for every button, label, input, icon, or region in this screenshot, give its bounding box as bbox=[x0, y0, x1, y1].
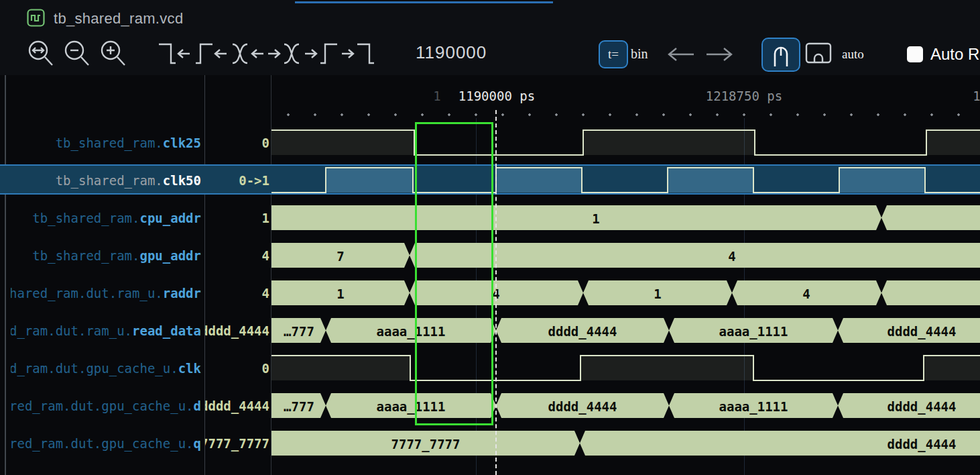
signal-name-read_data[interactable]: tb_shared_ram.dut.ram_u.read_data bbox=[11, 318, 201, 343]
signal-scope-prefix: tb_shared_ram. bbox=[32, 248, 139, 263]
signal-name-cpu_addr[interactable]: tb_shared_ram.cpu_addr bbox=[11, 205, 201, 230]
undo-arrow-button[interactable] bbox=[666, 46, 696, 66]
waveform-viewer-window: tb_shared_ram.vcd bbox=[0, 0, 980, 475]
signal-name-clk50[interactable]: tb_shared_ram.clk50 bbox=[11, 168, 201, 193]
redo-arrow-button[interactable] bbox=[704, 46, 735, 66]
signal-leaf-name: gpu_addr bbox=[139, 248, 201, 263]
signal-scope-prefix: tb_shared_ram. bbox=[56, 173, 163, 188]
waveform-file-icon bbox=[27, 9, 45, 27]
signal-value-read_data: dddd_4444 bbox=[205, 318, 269, 343]
svg-text:aaaa_1111: aaaa_1111 bbox=[719, 324, 788, 339]
prev-falling-edge-button[interactable] bbox=[155, 40, 192, 67]
zoom-in-button[interactable] bbox=[98, 39, 127, 68]
zoom-selection-rect bbox=[415, 122, 493, 425]
wave-cpu_addr[interactable]: 1 bbox=[271, 205, 980, 230]
signal-name-gpu_addr[interactable]: tb_shared_ram.gpu_addr bbox=[11, 243, 201, 268]
svg-text:7777_7777: 7777_7777 bbox=[391, 437, 461, 452]
signal-value-raddr: 4 bbox=[205, 280, 269, 305]
signal-value-d: dddd_4444 bbox=[205, 393, 269, 418]
signal-scope-prefix: tb_shared_ram.dut.gpu_cache_u. bbox=[11, 436, 194, 451]
svg-text:1: 1 bbox=[592, 211, 599, 226]
svg-text:7: 7 bbox=[336, 249, 344, 264]
mouse-gestures-button[interactable] bbox=[761, 38, 800, 72]
signal-leaf-name: clk50 bbox=[163, 173, 201, 188]
signal-name-d[interactable]: tb_shared_ram.dut.gpu_cache_u.d bbox=[11, 393, 201, 418]
signal-leaf-name: read_data bbox=[132, 323, 201, 338]
waveform-canvas[interactable]: 1741414…777aaaa_1111dddd_4444aaaa_1111dd… bbox=[271, 121, 980, 475]
auto-reload-checkbox[interactable] bbox=[907, 46, 923, 62]
radix-label[interactable]: bin bbox=[631, 46, 648, 62]
signal-name-raddr[interactable]: tb_shared_ram.dut.ram_u.raddr bbox=[11, 280, 201, 305]
signal-leaf-name: d bbox=[194, 399, 201, 413]
signal-scope-prefix: tb_shared_ram. bbox=[32, 211, 139, 225]
signal-value-cpu_addr: 1 bbox=[205, 205, 269, 230]
zoom-out-button[interactable] bbox=[62, 39, 91, 68]
gesture-mode-label[interactable]: auto bbox=[842, 47, 864, 62]
signal-value-gpu_addr: 4 bbox=[205, 243, 269, 268]
wave-clk[interactable] bbox=[271, 356, 980, 380]
prev-transition-button[interactable] bbox=[229, 40, 266, 67]
wave-raddr[interactable]: 1414 bbox=[271, 280, 980, 305]
signal-leaf-name: cpu_addr bbox=[139, 211, 201, 225]
svg-text:4: 4 bbox=[728, 249, 735, 264]
svg-text:1: 1 bbox=[336, 286, 344, 301]
wave-q[interactable]: 7777_7777dddd_4444 bbox=[271, 431, 980, 456]
signal-scope-prefix: tb_shared_ram.dut.ram_u. bbox=[11, 323, 132, 338]
timeline-label: 1190000 ps bbox=[458, 89, 535, 103]
svg-text:1: 1 bbox=[654, 286, 661, 301]
signal-name-q[interactable]: tb_shared_ram.dut.gpu_cache_u.q bbox=[11, 431, 201, 456]
signal-value-clk: 0 bbox=[205, 356, 269, 380]
signal-scope-prefix: tb_shared_ram.dut.gpu_cache_u. bbox=[11, 399, 194, 413]
signal-value-clk25: 0 bbox=[205, 130, 269, 155]
svg-text:dddd_4444: dddd_4444 bbox=[548, 324, 617, 339]
signal-value-q: 7777_7777 bbox=[205, 431, 269, 456]
wave-clk25[interactable] bbox=[271, 130, 980, 155]
touch-gestures-button[interactable] bbox=[804, 40, 833, 67]
signal-leaf-name: clk bbox=[178, 361, 201, 376]
timeline-tick-dots bbox=[271, 113, 980, 117]
prev-rising-edge-button[interactable] bbox=[192, 40, 229, 67]
signal-scope-prefix: tb_shared_ram.dut.gpu_cache_u. bbox=[11, 361, 178, 376]
panel-scrollbar[interactable] bbox=[5, 75, 6, 475]
next-transition-button[interactable] bbox=[265, 40, 303, 67]
signal-name-clk25[interactable]: tb_shared_ram.clk25 bbox=[11, 130, 201, 155]
timeline-label: 1 bbox=[433, 89, 440, 103]
zoom-fit-button[interactable] bbox=[25, 39, 55, 68]
svg-text:dddd_4444: dddd_4444 bbox=[548, 399, 617, 415]
timeline-label: 1 bbox=[973, 89, 980, 103]
svg-text:…777: …777 bbox=[284, 399, 314, 414]
signal-value-clk50: 0->1 bbox=[205, 168, 269, 193]
wave-d[interactable]: …777aaaa_1111dddd_4444aaaa_1111dddd_4444 bbox=[271, 393, 980, 418]
svg-text:aaaa_1111: aaaa_1111 bbox=[719, 399, 788, 415]
wave-read_data[interactable]: …777aaaa_1111dddd_4444aaaa_1111dddd_4444 bbox=[271, 318, 980, 343]
svg-text:dddd_4444: dddd_4444 bbox=[887, 437, 957, 452]
next-rising-edge-button[interactable] bbox=[302, 40, 340, 67]
svg-text:…777: …777 bbox=[284, 324, 314, 339]
wave-gpu_addr[interactable]: 74 bbox=[271, 243, 980, 268]
auto-reload-label: Auto R bbox=[930, 45, 979, 64]
signal-name-clk[interactable]: tb_shared_ram.dut.gpu_cache_u.clk bbox=[11, 356, 201, 380]
next-falling-edge-button[interactable] bbox=[339, 40, 377, 67]
signal-leaf-name: clk25 bbox=[163, 136, 201, 150]
svg-text:dddd_4444: dddd_4444 bbox=[887, 399, 957, 415]
cursor-time-input[interactable]: 1190000 bbox=[416, 42, 487, 63]
signal-leaf-name: raddr bbox=[163, 286, 201, 301]
wave-clk50[interactable] bbox=[271, 168, 980, 193]
signal-leaf-name: q bbox=[194, 436, 201, 451]
top-accent-line bbox=[295, 1, 553, 3]
signal-scope-prefix: tb_shared_ram. bbox=[56, 136, 163, 150]
window-title: tb_shared_ram.vcd bbox=[54, 10, 183, 28]
svg-text:dddd_4444: dddd_4444 bbox=[887, 324, 957, 339]
signal-scope-prefix: tb_shared_ram.dut.ram_u. bbox=[11, 286, 163, 301]
cursor-line bbox=[495, 110, 497, 475]
svg-text:4: 4 bbox=[802, 286, 810, 301]
time-format-button[interactable]: t= bbox=[599, 40, 628, 68]
timeline-label: 1218750 ps bbox=[706, 89, 782, 103]
